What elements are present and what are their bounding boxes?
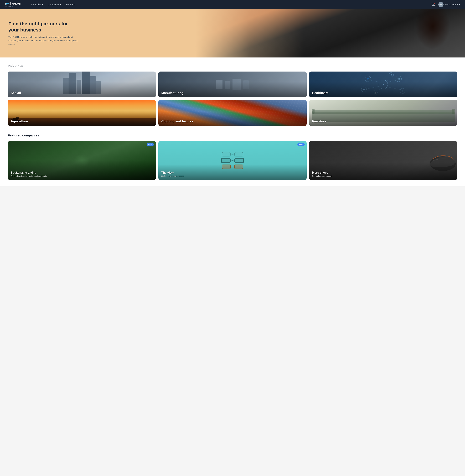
navbar: twill Network by Maersk Industries ▾ Com…: [0, 0, 465, 9]
chevron-down-icon: ▾: [60, 4, 61, 5]
company-name-view: The view: [161, 171, 304, 174]
industry-card-healthcare[interactable]: ♥ 👤 ☎ ✚ ⚕ 🔬 ⚗ Healthca: [309, 72, 457, 97]
industry-label-agriculture: Agriculture: [11, 119, 28, 123]
industry-card-manufacturing[interactable]: Manufacturing: [159, 72, 306, 97]
company-content-shoes: More shoes Cotton laces producers: [309, 169, 457, 180]
hero-content: Find the right partners for your busines…: [0, 13, 87, 53]
main-content: Industries See all: [0, 57, 465, 186]
new-badge-view: NEW: [297, 143, 305, 146]
nav-right: MP Marco Protto ▾: [431, 2, 460, 7]
user-name: Marco Protto: [445, 3, 458, 6]
industry-label-manufacturing: Manufacturing: [161, 91, 184, 95]
hero-description: The Twill Network will help you find a p…: [8, 35, 79, 46]
company-card-sustainable[interactable]: NEW Sustainable Living Seller of sustain…: [8, 141, 156, 180]
nav-logo-top: twill Network: [5, 2, 21, 6]
company-name-sustainable: Sustainable Living: [11, 171, 153, 174]
industries-section-title: Industries: [8, 64, 457, 68]
mail-button[interactable]: [431, 2, 436, 7]
company-desc-sustainable: Seller of sustainable and organic produc…: [11, 175, 153, 177]
industry-card-agriculture[interactable]: Agriculture: [8, 100, 156, 126]
company-name-shoes: More shoes: [312, 171, 454, 174]
company-card-view[interactable]: NEW The view Seller of exclusive glasses: [159, 141, 306, 180]
logo-twill: twill: [5, 2, 11, 6]
industry-label-healthcare: Healthcare: [312, 91, 328, 95]
featured-section-title: Featured companies: [8, 134, 457, 137]
nav-link-companies[interactable]: Companies ▾: [46, 2, 63, 7]
avatar: MP: [438, 2, 444, 7]
industry-label-clothing: Clothing and textiles: [161, 119, 193, 123]
hero-title: Find the right partners for your busines…: [8, 21, 79, 33]
industries-grid: See all Manufacturing ♥ 👤: [8, 72, 457, 126]
industry-card-furniture[interactable]: Furniture: [309, 100, 457, 126]
chevron-down-icon: ▾: [42, 4, 43, 5]
logo-network: Network: [12, 3, 21, 5]
hero-section: Find the right partners for your busines…: [0, 9, 465, 57]
company-content-view: The view Seller of exclusive glasses: [159, 169, 306, 180]
industry-card-see-all[interactable]: See all: [8, 72, 156, 97]
company-content-sustainable: Sustainable Living Seller of sustainable…: [8, 169, 156, 180]
nav-logo[interactable]: twill Network by Maersk: [5, 2, 21, 7]
nav-link-partners[interactable]: Partners: [64, 2, 77, 7]
industry-label-furniture: Furniture: [312, 119, 326, 123]
hero-image: [195, 9, 465, 57]
company-desc-shoes: Cotton laces producers: [312, 175, 454, 177]
new-badge-sustainable: NEW: [147, 143, 154, 146]
user-menu[interactable]: MP Marco Protto ▾: [438, 2, 460, 7]
industry-card-clothing[interactable]: Clothing and textiles: [159, 100, 306, 126]
mail-badge: [434, 3, 435, 4]
company-card-shoes[interactable]: More shoes Cotton laces producers: [309, 141, 457, 180]
logo-bymaersk: by Maersk: [5, 6, 21, 7]
company-desc-view: Seller of exclusive glasses: [161, 175, 304, 177]
nav-link-industries[interactable]: Industries ▾: [29, 2, 45, 7]
industry-label-see-all: See all: [11, 91, 21, 95]
nav-links: Industries ▾ Companies ▾ Partners: [29, 2, 431, 7]
featured-grid: NEW Sustainable Living Seller of sustain…: [8, 141, 457, 180]
chevron-down-icon: ▾: [459, 4, 460, 5]
